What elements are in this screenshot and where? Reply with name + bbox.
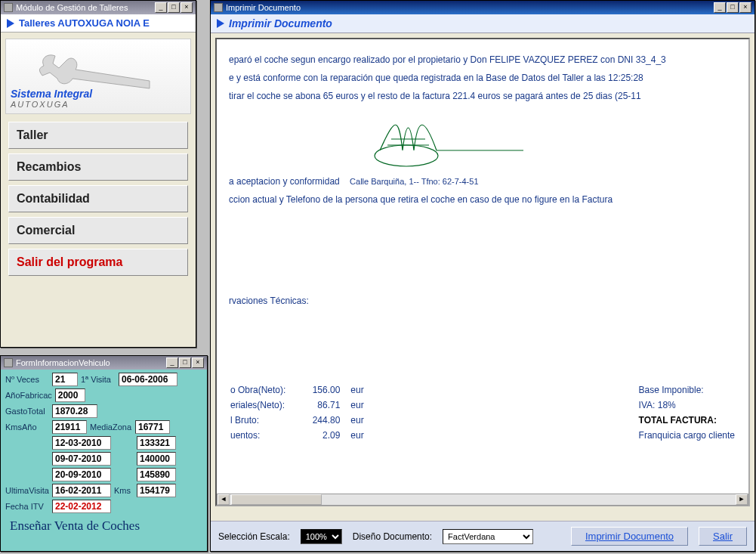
- select-escala[interactable]: 100%: [301, 529, 342, 544]
- nav-recambios[interactable]: Recambios: [8, 153, 188, 181]
- total-row: IVA: 18%: [625, 398, 735, 412]
- hist-km-0[interactable]: 133321: [137, 436, 176, 450]
- window-form-vehiculo: FormInformacionVehiculo _ □ × Nº Veces 2…: [0, 355, 208, 552]
- minimize-button[interactable]: _: [714, 2, 726, 13]
- field-nveces[interactable]: 21: [52, 373, 78, 386]
- document-preview[interactable]: eparó el coche segun encargo realizado p…: [215, 38, 750, 506]
- arrow-right-icon: [7, 19, 14, 28]
- total-row: uentos:2.09eur: [230, 429, 373, 442]
- close-button[interactable]: ×: [739, 2, 751, 13]
- nav-contabilidad[interactable]: Contabilidad: [8, 185, 188, 212]
- label-kmsano: KmsAño: [5, 422, 49, 432]
- nav-salir[interactable]: Salir del programa: [8, 249, 188, 276]
- address-text: Calle Barquiña, 1-- Tfno: 62-7-4-51: [350, 177, 478, 186]
- field-ultvisita[interactable]: 16-02-2011: [52, 484, 111, 497]
- scroll-thumb[interactable]: [231, 494, 322, 505]
- field-kms[interactable]: 154179: [137, 484, 176, 497]
- field-primera[interactable]: 06-06-2006: [119, 373, 177, 386]
- maximize-button[interactable]: □: [727, 2, 739, 13]
- select-diseno[interactable]: FactVerdana: [443, 529, 533, 544]
- app-icon: [4, 358, 13, 367]
- link-venta-coches[interactable]: Enseñar Venta de Coches: [5, 515, 202, 537]
- scroll-left-button[interactable]: ◄: [218, 494, 230, 505]
- doc-line: ccion actual y Telefono de la persona qu…: [229, 194, 736, 205]
- titlebar[interactable]: Imprimir Documento _ □ ×: [211, 1, 754, 14]
- nav-taller[interactable]: Taller: [8, 122, 188, 149]
- svg-point-0: [375, 145, 438, 166]
- total-row: Base Imponible:: [625, 383, 735, 397]
- hist-date-0[interactable]: 12-03-2010: [52, 436, 111, 450]
- spacer: [5, 454, 49, 463]
- totals-block: o Obra(Neto):156.00eur eriales(Neto):86.…: [229, 382, 736, 444]
- conformidad-text: a aceptacion y conformidad: [229, 176, 340, 187]
- hist-km-2[interactable]: 145890: [137, 468, 176, 481]
- header-bar: Imprimir Documento: [211, 14, 754, 33]
- maximize-button[interactable]: □: [168, 2, 180, 13]
- nav-panel: Taller Recambios Contabilidad Comercial …: [1, 122, 196, 276]
- arrow-right-icon: [217, 19, 224, 28]
- field-anofab[interactable]: 2000: [55, 388, 85, 402]
- hist-km-1[interactable]: 140000: [137, 452, 176, 466]
- totals-left: o Obra(Neto):156.00eur eriales(Neto):86.…: [229, 382, 375, 444]
- label-diseno: Diseño Documento:: [353, 531, 432, 542]
- header-title: Talleres AUTOXUGA NOIA E: [19, 17, 150, 29]
- total-row: l Bruto:244.80eur: [230, 413, 373, 427]
- spacer: [5, 470, 49, 479]
- label-nveces: Nº Veces: [5, 375, 49, 384]
- doc-line: e y está conforme con la reparación que …: [229, 73, 736, 83]
- label-itv: Fecha ITV: [5, 502, 49, 511]
- form-body: Nº Veces 21 1ª Visita 06-06-2006 AñoFabr…: [1, 370, 207, 540]
- doc-line: a aceptacion y conformidad Calle Barquiñ…: [229, 176, 736, 187]
- hist-date-1[interactable]: 09-07-2010: [52, 452, 111, 466]
- label-kms: Kms: [114, 486, 134, 495]
- wrench-icon: [36, 47, 157, 92]
- bottom-toolbar: Selección Escala: 100% Diseño Documento:…: [211, 521, 754, 551]
- field-media[interactable]: 16771: [135, 420, 170, 434]
- window-title: Módulo de Gestión de Talleres: [16, 3, 128, 12]
- total-row: o Obra(Neto):156.00eur: [230, 383, 373, 397]
- total-row: Franquicia cargo cliente: [625, 429, 735, 442]
- observaciones-label: rvaciones Técnicas:: [229, 296, 736, 306]
- window-title: Imprimir Documento: [226, 3, 301, 12]
- field-gasto[interactable]: 1870.28: [52, 404, 97, 418]
- app-icon: [4, 3, 13, 12]
- scroll-right-button[interactable]: ►: [736, 494, 748, 505]
- label-media: MediaZona: [90, 422, 132, 432]
- field-itv[interactable]: 22-02-2012: [52, 500, 111, 513]
- window-imprimir-documento: Imprimir Documento _ □ × Imprimir Docume…: [210, 0, 755, 552]
- total-row: eriales(Neto):86.71eur: [230, 398, 373, 412]
- totals-right: Base Imponible: IVA: 18% TOTAL FACTURA: …: [624, 382, 736, 444]
- label-escala: Selección Escala:: [218, 531, 290, 542]
- close-button[interactable]: ×: [192, 357, 204, 368]
- minimize-button[interactable]: _: [155, 2, 167, 13]
- spacer: [5, 438, 49, 447]
- horizontal-scrollbar[interactable]: ◄ ►: [217, 494, 748, 506]
- label-gasto: GastoTotal: [5, 407, 49, 416]
- header-bar: Talleres AUTOXUGA NOIA E: [1, 14, 196, 32]
- window-modulo-gestion: Módulo de Gestión de Talleres _ □ × Tall…: [0, 0, 196, 348]
- label-anofab: AñoFabricac: [5, 391, 52, 400]
- hist-date-2[interactable]: 20-09-2010: [52, 468, 111, 481]
- titlebar[interactable]: Módulo de Gestión de Talleres _ □ ×: [1, 1, 196, 14]
- total-row: TOTAL FACTURA:: [625, 413, 735, 427]
- imprimir-button[interactable]: Imprimir Documento: [571, 527, 688, 546]
- logo-panel: Sistema Integral AUTOXUGA: [5, 39, 191, 114]
- signature-block: [365, 109, 736, 172]
- label-ultvisita: UltimaVisita: [5, 486, 49, 495]
- app-icon: [214, 3, 223, 12]
- minimize-button[interactable]: _: [166, 357, 178, 368]
- signature-icon: [365, 109, 531, 169]
- titlebar[interactable]: FormInformacionVehiculo _ □ ×: [1, 356, 207, 370]
- doc-line: eparó el coche segun encargo realizado p…: [229, 54, 736, 65]
- salir-button[interactable]: Salir: [699, 527, 747, 546]
- doc-line: tirar el coche se abona 65 euros y el re…: [229, 91, 736, 101]
- close-button[interactable]: ×: [181, 2, 193, 13]
- maximize-button[interactable]: □: [179, 357, 191, 368]
- header-title: Imprimir Documento: [229, 17, 332, 29]
- field-kmsano[interactable]: 21911: [52, 420, 87, 434]
- label-primera: 1ª Visita: [81, 375, 116, 384]
- window-title: FormInformacionVehiculo: [16, 358, 110, 367]
- logo-line2: AUTOXUGA: [11, 100, 92, 109]
- nav-comercial[interactable]: Comercial: [8, 217, 188, 244]
